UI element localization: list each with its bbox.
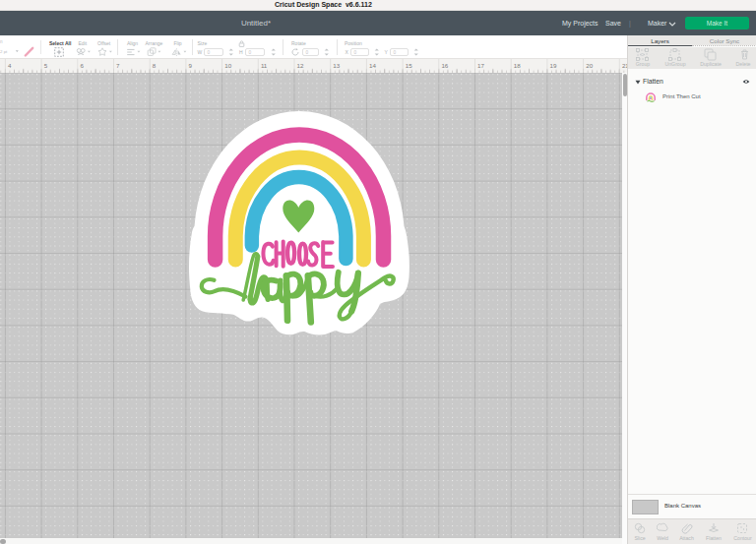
svg-text:19: 19 <box>550 62 557 69</box>
svg-text:n: n <box>0 39 3 44</box>
svg-text:8: 8 <box>153 62 157 69</box>
svg-text:20: 20 <box>586 62 593 69</box>
svg-text:4: 4 <box>8 62 12 69</box>
svg-text:12: 12 <box>297 62 304 69</box>
svg-text:17: 17 <box>477 62 484 69</box>
svg-text:5: 5 <box>44 62 48 69</box>
svg-text:14: 14 <box>369 62 376 69</box>
svg-text:9: 9 <box>189 62 193 69</box>
svg-text:6: 6 <box>80 62 84 69</box>
svg-text:10: 10 <box>224 62 231 69</box>
svg-text:16: 16 <box>441 62 448 69</box>
svg-text:18: 18 <box>514 62 521 69</box>
svg-text:7: 7 <box>116 62 120 69</box>
svg-text:11: 11 <box>261 62 268 69</box>
svg-text:13: 13 <box>333 62 340 69</box>
svg-text:2 pt: 2 pt <box>0 49 8 54</box>
svg-text:15: 15 <box>406 62 412 69</box>
